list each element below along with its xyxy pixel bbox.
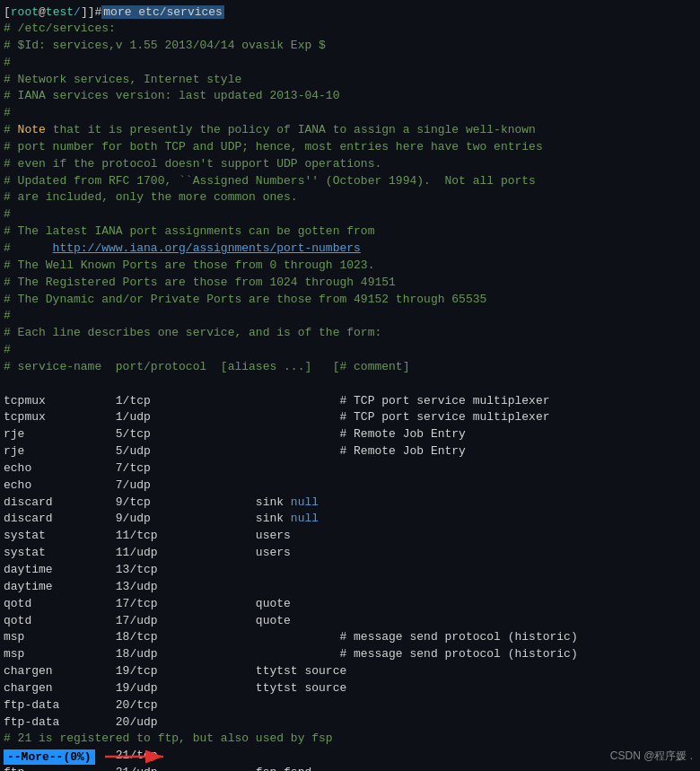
line-26: rje 5/udp # Remote Job Entry	[4, 443, 696, 460]
prompt-user: root	[11, 5, 39, 19]
line-35: qotd 17/tcp quote	[4, 596, 696, 613]
line-39: chargen 19/tcp ttytst source	[4, 663, 696, 680]
terminal-window: [root@test /]]# more etc/services # /etc…	[0, 0, 700, 771]
prompt-hash: ]#	[88, 5, 102, 19]
line-13: # The latest IANA port assignments can b…	[4, 223, 696, 241]
line-36: qotd 17/udp quote	[4, 613, 696, 630]
command-text: more etc/services	[101, 5, 224, 19]
line-23: tcpmux 1/tcp # TCP port service multiple…	[4, 393, 696, 410]
line-38: msp 18/udp # message send protocol (hist…	[4, 646, 696, 663]
line-7: # Note that it is presently the policy o…	[4, 122, 696, 139]
csdn-watermark: CSDN @程序媛 .	[610, 749, 693, 764]
line-43: # 21 is registered to ftp, but also used…	[4, 731, 696, 748]
line-24: tcpmux 1/udp # TCP port service multiple…	[4, 409, 696, 426]
line-6: #	[4, 105, 696, 122]
line-29: discard 9/tcp sink null	[4, 495, 696, 512]
line-31: systat 11/tcp users	[4, 528, 696, 545]
line-27: echo 7/tcp	[4, 460, 696, 477]
line-16: # The Registered Ports are those from 10…	[4, 275, 696, 292]
bracket-close: ]	[81, 5, 88, 19]
red-arrow-icon	[101, 748, 172, 766]
line-33: daytime 13/tcp	[4, 562, 696, 579]
line-15: # The Well Known Ports are those from 0 …	[4, 258, 696, 275]
line-34: daytime 13/udp	[4, 579, 696, 596]
line-5: # IANA services version: last updated 20…	[4, 88, 696, 105]
line-45: ftp 21/udp fsp fspd	[4, 765, 696, 771]
line-4: # Network services, Internet style	[4, 72, 696, 89]
line-25: rje 5/tcp # Remote Job Entry	[4, 426, 696, 443]
line-9: # even if the protocol doesn't support U…	[4, 156, 696, 173]
prompt-path: /	[74, 5, 81, 19]
line-21: # service-name port/protocol [aliases ..…	[4, 359, 696, 376]
line-8: # port number for both TCP and UDP; henc…	[4, 139, 696, 156]
line-3: #	[4, 55, 696, 72]
line-12: #	[4, 206, 696, 223]
line-32: systat 11/udp users	[4, 545, 696, 562]
line-37: msp 18/tcp # message send protocol (hist…	[4, 629, 696, 646]
line-19: # Each line describes one service, and i…	[4, 325, 696, 342]
line-22	[4, 376, 696, 393]
line-14: # http://www.iana.org/assignments/port-n…	[4, 241, 696, 258]
line-10: # Updated from RFC 1700, ``Assigned Numb…	[4, 173, 696, 190]
line-40: chargen 19/udp ttytst source	[4, 680, 696, 697]
more-status-bar: --More--(0%)	[4, 748, 172, 766]
line-41: ftp-data 20/tcp	[4, 697, 696, 714]
line-18: #	[4, 308, 696, 325]
line-1: # /etc/services:	[4, 21, 696, 38]
bracket-open: [	[4, 5, 11, 19]
prompt-host: test	[46, 5, 74, 19]
line-2: # $Id: services,v 1.55 2013/04/14 ovasik…	[4, 38, 696, 55]
line-17: # The Dynamic and/or Private Ports are t…	[4, 292, 696, 309]
line-20: #	[4, 342, 696, 359]
more-status-text: --More--(0%)	[4, 749, 95, 765]
prompt-at: @	[39, 5, 46, 19]
line-11: # are included, only the more common one…	[4, 189, 696, 206]
line-42: ftp-data 20/udp	[4, 714, 696, 732]
line-28: echo 7/udp	[4, 477, 696, 495]
line-30: discard 9/udp sink null	[4, 511, 696, 528]
prompt-line: [root@test /]]# more etc/services	[4, 5, 696, 19]
